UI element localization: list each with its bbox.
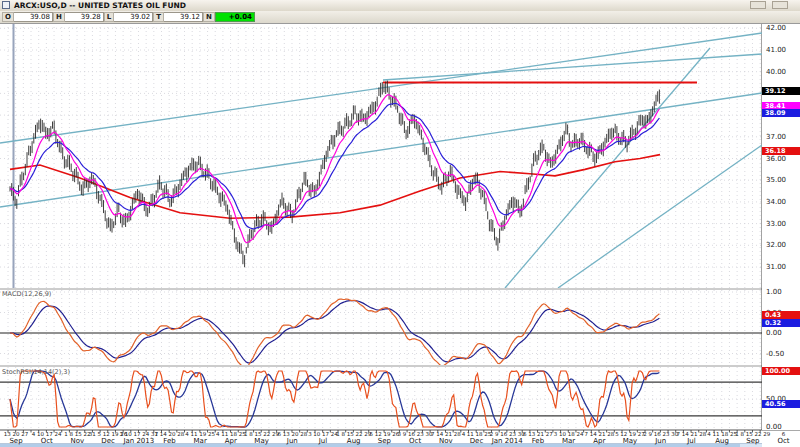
date-month: Oct	[409, 437, 421, 445]
date-month: Mar	[194, 437, 207, 445]
chart-icon	[2, 1, 10, 9]
price-tick-35.00: 35.00	[766, 176, 799, 184]
date-month: Nov	[439, 437, 453, 445]
window-title: ARCX:USO,D -- UNITED STATES OIL FUND	[14, 1, 186, 10]
macd-tick--0.50: -0.50	[766, 350, 799, 358]
price-pane[interactable]	[0, 23, 762, 288]
date-month: Apr	[225, 437, 237, 445]
date-month: Jun	[655, 437, 666, 445]
date-month: Feb	[163, 437, 175, 445]
date-month: Nov	[71, 437, 85, 445]
date-month: Mar	[562, 437, 575, 445]
date-month: Sep	[746, 437, 759, 445]
stoch-d-badge: 40.56	[762, 400, 800, 408]
date-month: Aug	[347, 437, 361, 445]
price-tick-40.00: 40.00	[766, 68, 799, 76]
quote-value-T: 39.12	[164, 12, 203, 22]
date-month: Apr	[593, 437, 605, 445]
date-month: Dec	[470, 437, 484, 445]
date-month: Oct	[41, 437, 53, 445]
ma-200-badge: 36.18	[762, 147, 800, 155]
stoch-tick-0.00: 0.00	[766, 423, 799, 431]
title-bar-button-1[interactable]	[750, 1, 766, 9]
date-month: May	[254, 437, 268, 445]
stoch-k-badge: 100.00	[762, 367, 800, 375]
quote-value-L: 39.02	[114, 12, 153, 22]
stochrsi-pane-label: StochRSI(14,14(2),3)	[2, 368, 70, 376]
quote-label-H: H	[53, 12, 65, 22]
date-month: Jul	[319, 437, 327, 445]
quote-fields: O39.08H39.28L39.02T39.12N+0.04	[2, 12, 255, 22]
quote-value-O: 39.08	[14, 12, 53, 22]
quote-label-O: O	[2, 12, 14, 22]
macd-tick-0.00: 0.00	[766, 329, 799, 337]
quote-value-H: 39.28	[65, 12, 104, 22]
date-month: May	[623, 437, 637, 445]
chart-window: ARCX:USO,D -- UNITED STATES OIL FUND O39…	[0, 0, 800, 447]
last-price-badge: 39.12	[762, 87, 800, 95]
price-tick-32.00: 32.00	[766, 241, 799, 249]
quote-label-L: L	[104, 12, 114, 22]
price-tick-42.00: 42.00	[766, 24, 799, 32]
date-month: Sep	[378, 437, 391, 445]
price-tick-31.00: 31.00	[766, 263, 799, 271]
macd-pane-label: MACD(12,26,9)	[2, 290, 51, 298]
quote-bar: O39.08H39.28L39.02T39.12N+0.04	[0, 11, 800, 24]
price-tick-33.00: 33.00	[766, 220, 799, 228]
price-tick-34.00: 34.00	[766, 198, 799, 206]
date-month: Dec	[101, 437, 115, 445]
price-tick-36.00: 36.00	[766, 155, 799, 163]
date-month: Sep	[9, 437, 22, 445]
date-month: Feb	[532, 437, 544, 445]
title-bar-button-2[interactable]	[772, 1, 788, 9]
date-month: Aug	[715, 437, 729, 445]
date-month: Jul	[687, 437, 695, 445]
macd-tick-1.00: 1.00	[766, 288, 799, 296]
stochrsi-pane[interactable]	[0, 367, 762, 430]
price-tick-41.00: 41.00	[766, 46, 799, 54]
date-month: Jan 2014	[492, 437, 523, 445]
macd-pane[interactable]	[0, 290, 762, 366]
price-tick-37.00: 37.00	[766, 133, 799, 141]
macd-value-badge: 0.43	[762, 311, 800, 319]
macd-signal-badge: 0.32	[762, 319, 800, 327]
date-month: Oct	[777, 437, 789, 445]
net-change-badge: +0.04	[215, 12, 255, 22]
date-month: Jun	[287, 437, 298, 445]
ema-slow-badge: 38.09	[762, 109, 800, 117]
date-month: Jan 2013	[123, 437, 154, 445]
quote-label-net: N	[203, 12, 215, 22]
quote-label-T: T	[153, 12, 164, 22]
